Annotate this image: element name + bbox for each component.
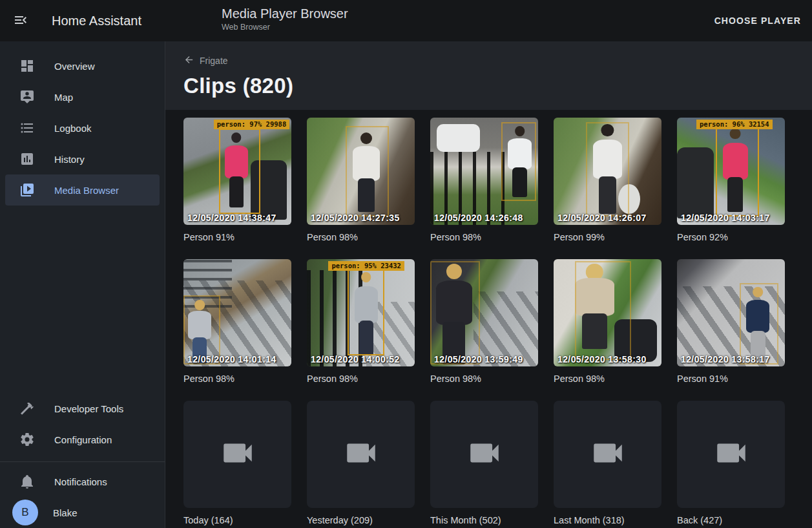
folder-card-yesterday-209[interactable]: Yesterday (209) <box>307 401 415 525</box>
app-header: Home Assistant Media Player Browser Web … <box>0 0 812 41</box>
clip-timestamp: 12/05/2020 14:00:52 <box>311 354 400 364</box>
sidebar-item-label: Notifications <box>54 476 107 487</box>
sidebar-item-configuration[interactable]: Configuration <box>5 424 160 455</box>
media-grid: person: 97% 2998812/05/2020 14:38:47Pers… <box>183 118 794 525</box>
video-icon <box>219 434 256 474</box>
breadcrumb-label: Frigate <box>200 56 228 66</box>
sidebar-item-logbook[interactable]: Logbook <box>5 112 160 143</box>
sidebar-item-profile[interactable]: BBlake <box>5 497 160 528</box>
detection-bounding-box <box>586 122 629 216</box>
folder-thumbnail <box>307 401 415 508</box>
choose-player-button[interactable]: CHOOSE PLAYER <box>712 10 804 31</box>
clip-timestamp: 12/05/2020 14:38:47 <box>187 213 276 223</box>
folder-card-today-164[interactable]: Today (164) <box>183 401 291 525</box>
clip-label: Person 92% <box>677 232 785 242</box>
folder-label: This Month (502) <box>430 515 538 525</box>
page-heading: Clips (820) <box>183 74 794 98</box>
sidebar-toggle-button[interactable] <box>5 5 36 36</box>
clip-timestamp: 12/05/2020 14:26:07 <box>557 213 647 223</box>
clip-label: Person 98% <box>554 374 661 384</box>
folder-thumbnail <box>554 401 661 508</box>
clip-label: Person 98% <box>430 374 538 384</box>
clip-thumbnail: 12/05/2020 14:26:48 <box>430 118 538 225</box>
clip-thumbnail: person: 95% 2343212/05/2020 14:00:52 <box>307 259 415 366</box>
avatar: B <box>12 500 38 525</box>
sidebar: OverviewMapLogbookHistoryMedia BrowserDe… <box>0 41 165 528</box>
sidebar-item-label: History <box>54 154 85 165</box>
clip-card[interactable]: 12/05/2020 13:58:17Person 91% <box>677 259 785 384</box>
page-header: Media Player Browser Web Browser <box>222 5 348 32</box>
poll-box-icon <box>19 151 35 167</box>
sidebar-item-developer-tools[interactable]: Developer Tools <box>5 393 160 424</box>
cog-icon <box>19 432 35 447</box>
video-icon <box>466 434 503 474</box>
clip-timestamp: 12/05/2020 13:59:49 <box>434 354 523 364</box>
clip-card[interactable]: 12/05/2020 14:26:07Person 99% <box>554 118 661 242</box>
video-icon <box>342 434 380 474</box>
clip-timestamp: 12/05/2020 13:58:30 <box>557 354 647 364</box>
clip-label: Person 98% <box>183 374 291 384</box>
clip-card[interactable]: person: 97% 2998812/05/2020 14:38:47Pers… <box>183 118 291 242</box>
clip-timestamp: 12/05/2020 13:58:17 <box>681 354 770 364</box>
sidebar-item-notifications[interactable]: Notifications <box>5 466 160 497</box>
folder-card-last-month-318[interactable]: Last Month (318) <box>554 401 661 525</box>
detection-bounding-box <box>219 129 260 215</box>
detection-bounding-box <box>575 261 631 360</box>
clip-label: Person 98% <box>307 374 415 384</box>
sidebar-item-label: Configuration <box>54 434 112 445</box>
clip-thumbnail: 12/05/2020 13:58:17 <box>677 259 785 366</box>
clip-card[interactable]: 12/05/2020 14:27:35Person 98% <box>307 118 415 242</box>
folder-thumbnail <box>430 401 538 508</box>
folder-label: Today (164) <box>183 515 291 525</box>
menu-open-icon <box>13 12 28 30</box>
clip-card[interactable]: 12/05/2020 13:59:49Person 98% <box>430 259 538 384</box>
clip-card[interactable]: person: 96% 3215412/05/2020 14:03:17Pers… <box>677 118 785 242</box>
detection-bounding-box <box>430 261 480 364</box>
sidebar-item-media-browser[interactable]: Media Browser <box>5 174 160 206</box>
video-icon <box>589 434 627 474</box>
user-name: Blake <box>53 507 78 518</box>
folder-thumbnail <box>677 401 785 508</box>
play-box-multiple-icon <box>19 182 35 198</box>
page-subtitle: Web Browser <box>222 22 348 32</box>
folder-label: Back (427) <box>677 515 785 525</box>
detection-bounding-box <box>346 126 389 216</box>
detection-label: person: 95% 23432 <box>328 261 404 271</box>
clip-thumbnail: 12/05/2020 14:01:14 <box>183 259 291 366</box>
sidebar-item-history[interactable]: History <box>5 143 160 174</box>
detection-label: person: 96% 32154 <box>696 120 772 129</box>
breadcrumb[interactable]: Frigate <box>183 54 228 67</box>
sidebar-item-label: Media Browser <box>54 185 119 196</box>
clip-thumbnail: 12/05/2020 14:26:07 <box>554 118 661 225</box>
clip-card[interactable]: 12/05/2020 14:01:14Person 98% <box>183 259 291 384</box>
detection-bounding-box <box>348 266 384 355</box>
app-title: Home Assistant <box>52 14 141 28</box>
page-title: Media Player Browser <box>222 5 348 22</box>
sidebar-item-overview[interactable]: Overview <box>5 50 160 81</box>
clip-card[interactable]: 12/05/2020 14:26:48Person 98% <box>430 118 538 242</box>
sidebar-item-label: Logbook <box>54 123 92 134</box>
clip-label: Person 91% <box>677 374 785 384</box>
main-content: Frigate Clips (820) person: 97% 2998812/… <box>165 41 812 528</box>
clip-label: Person 98% <box>307 232 415 242</box>
detection-bounding-box <box>716 126 759 216</box>
scene-object <box>677 147 714 218</box>
sidebar-item-map[interactable]: Map <box>5 81 160 112</box>
clip-timestamp: 12/05/2020 14:03:17 <box>681 213 770 223</box>
video-icon <box>713 434 750 474</box>
view-dashboard-icon <box>19 58 35 74</box>
bell-icon <box>19 474 35 489</box>
clip-label: Person 99% <box>554 232 661 242</box>
folder-card-this-month-502[interactable]: This Month (502) <box>430 401 538 525</box>
folder-card-back-427[interactable]: Back (427) <box>677 401 785 525</box>
format-list-bulleted-icon <box>19 120 35 136</box>
content-header: Frigate Clips (820) <box>165 41 812 110</box>
clip-thumbnail: 12/05/2020 14:27:35 <box>307 118 415 225</box>
clip-card[interactable]: 12/05/2020 13:58:30Person 98% <box>554 259 661 384</box>
arrow-left-icon <box>183 54 194 67</box>
clip-timestamp: 12/05/2020 14:27:35 <box>311 213 400 223</box>
clip-thumbnail: 12/05/2020 13:58:30 <box>554 259 661 366</box>
clip-label: Person 98% <box>430 232 538 242</box>
scene-object <box>437 124 480 152</box>
clip-card[interactable]: person: 95% 2343212/05/2020 14:00:52Pers… <box>307 259 415 384</box>
